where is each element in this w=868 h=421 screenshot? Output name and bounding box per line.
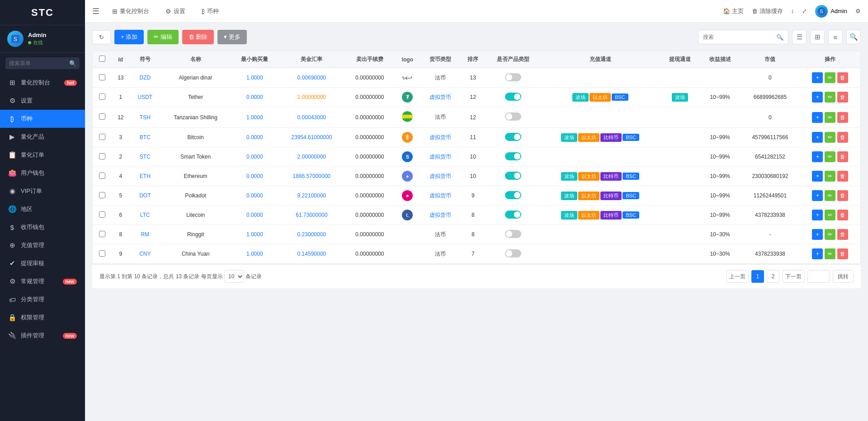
action-add-btn[interactable]: +: [812, 248, 823, 259]
action-edit-btn[interactable]: ✏: [825, 190, 835, 201]
page-2-btn[interactable]: 2: [767, 270, 779, 283]
row-checkbox[interactable]: [99, 134, 105, 140]
edit-button[interactable]: ✏ 编辑: [147, 30, 179, 44]
cell-is-product[interactable]: [486, 225, 541, 244]
cell-is-product[interactable]: [486, 167, 541, 186]
add-button[interactable]: + 添加: [114, 30, 144, 44]
delete-button[interactable]: 🗑 删除: [182, 30, 214, 44]
action-edit-btn[interactable]: ✏: [825, 72, 835, 83]
sidebar-item-general-mgmt[interactable]: ⚙ 常规管理 new: [0, 272, 85, 290]
sidebar-item-quant-products[interactable]: ▶ 量化产品: [0, 128, 85, 146]
sidebar-item-recharge-mgmt[interactable]: ⊕ 充值管理: [0, 236, 85, 254]
product-toggle[interactable]: [505, 133, 521, 141]
sidebar-item-vip-orders[interactable]: ◉ VIP订单: [0, 182, 85, 200]
action-add-btn[interactable]: +: [812, 132, 823, 143]
action-delete-btn[interactable]: 🗑: [837, 190, 848, 201]
row-checkbox[interactable]: [99, 153, 105, 159]
row-checkbox[interactable]: [99, 250, 105, 257]
sidebar-item-settings[interactable]: ⚙ 设置: [0, 92, 85, 110]
product-toggle[interactable]: [505, 172, 521, 180]
row-checkbox[interactable]: [99, 231, 105, 237]
product-toggle[interactable]: [505, 112, 521, 121]
more-button[interactable]: ▾ 更多: [217, 30, 247, 44]
action-delete-btn[interactable]: 🗑: [837, 112, 848, 123]
cell-is-product[interactable]: [486, 128, 541, 147]
table-columns-btn[interactable]: ≡: [828, 30, 843, 44]
action-add-btn[interactable]: +: [812, 92, 823, 103]
sidebar-search-input[interactable]: [5, 57, 80, 69]
action-delete-btn[interactable]: 🗑: [837, 229, 848, 240]
sidebar-item-receive-wallet[interactable]: $ 收币钱包: [0, 218, 85, 236]
sidebar-item-user-wallet[interactable]: 👛 用户钱包: [0, 164, 85, 182]
action-add-btn[interactable]: +: [812, 210, 823, 220]
action-edit-btn[interactable]: ✏: [825, 112, 835, 123]
fullscreen-toggle[interactable]: ⤢: [802, 8, 807, 14]
topbar-settings-icon[interactable]: ⚙: [855, 8, 861, 14]
table-view-list-btn[interactable]: ☰: [792, 30, 807, 44]
row-checkbox[interactable]: [99, 94, 105, 100]
action-delete-btn[interactable]: 🗑: [837, 210, 848, 220]
action-add-btn[interactable]: +: [812, 190, 823, 201]
sidebar-item-category-mgmt[interactable]: 🏷 分类管理: [0, 290, 85, 309]
sidebar-item-quant-orders[interactable]: 📋 量化订单: [0, 146, 85, 164]
product-toggle[interactable]: [505, 210, 521, 219]
cell-is-product[interactable]: [486, 186, 541, 206]
per-page-select[interactable]: 10 20 50: [224, 270, 244, 283]
topbar-nav-settings[interactable]: ⚙ 设置: [162, 5, 189, 17]
sidebar-item-coins[interactable]: ₿ 币种: [0, 110, 85, 128]
product-toggle[interactable]: [505, 191, 521, 199]
action-edit-btn[interactable]: ✏: [825, 171, 835, 182]
prev-page-btn[interactable]: 上一页: [726, 270, 749, 283]
menu-toggle-icon[interactable]: ☰: [92, 6, 99, 16]
action-delete-btn[interactable]: 🗑: [837, 132, 848, 143]
action-add-btn[interactable]: +: [812, 229, 823, 240]
action-edit-btn[interactable]: ✏: [825, 132, 835, 143]
action-edit-btn[interactable]: ✏: [825, 229, 835, 240]
table-filter-search-btn[interactable]: 🔍: [846, 30, 861, 44]
cell-is-product[interactable]: [486, 88, 541, 107]
action-add-btn[interactable]: +: [812, 151, 823, 162]
cell-is-product[interactable]: [486, 206, 541, 225]
cell-is-product[interactable]: [486, 244, 541, 264]
action-delete-btn[interactable]: 🗑: [837, 248, 848, 259]
product-toggle[interactable]: [505, 249, 521, 257]
action-edit-btn[interactable]: ✏: [825, 210, 835, 220]
cell-is-product[interactable]: [486, 68, 541, 88]
row-checkbox[interactable]: [99, 211, 105, 218]
table-search-input[interactable]: [703, 34, 776, 40]
language-toggle[interactable]: ↕: [791, 8, 794, 14]
action-edit-btn[interactable]: ✏: [825, 92, 835, 103]
action-delete-btn[interactable]: 🗑: [837, 92, 848, 103]
page-jump-input[interactable]: [807, 270, 830, 283]
cell-is-product[interactable]: [486, 107, 541, 128]
page-jump-btn[interactable]: 跳转: [833, 270, 854, 283]
product-toggle[interactable]: [505, 152, 521, 160]
row-checkbox[interactable]: [99, 74, 105, 80]
action-delete-btn[interactable]: 🗑: [837, 72, 848, 83]
select-all-checkbox[interactable]: [99, 56, 105, 62]
product-toggle[interactable]: [505, 73, 521, 81]
cell-is-product[interactable]: [486, 147, 541, 167]
action-add-btn[interactable]: +: [812, 171, 823, 182]
action-edit-btn[interactable]: ✏: [825, 151, 835, 162]
clear-cache-link[interactable]: 🗑 清除缓存: [752, 7, 783, 15]
row-checkbox[interactable]: [99, 192, 105, 198]
sidebar-item-withdraw-audit[interactable]: ✔ 提现审核: [0, 254, 85, 272]
sidebar-item-plugin-mgmt[interactable]: 🔌 插件管理 new: [0, 327, 85, 345]
action-delete-btn[interactable]: 🗑: [837, 171, 848, 182]
next-page-btn[interactable]: 下一页: [782, 270, 805, 283]
sidebar-item-region[interactable]: 🌐 地区: [0, 200, 85, 218]
row-checkbox[interactable]: [99, 113, 105, 120]
topbar-nav-coins[interactable]: ₿ 币种: [198, 5, 222, 17]
admin-user[interactable]: S Admin: [815, 5, 847, 18]
topbar-nav-quantization[interactable]: ⊞ 量化控制台: [108, 5, 153, 17]
action-edit-btn[interactable]: ✏: [825, 248, 835, 259]
row-checkbox[interactable]: [99, 173, 105, 179]
product-toggle[interactable]: [505, 230, 521, 238]
refresh-button[interactable]: ↻: [92, 30, 111, 44]
table-view-grid-btn[interactable]: ⊞: [810, 30, 825, 44]
sidebar-item-quantization-control[interactable]: ⊞ 量化控制台 hot: [0, 74, 85, 92]
sidebar-item-permission-mgmt[interactable]: 🔒 权限管理: [0, 309, 85, 327]
home-link[interactable]: 🏠 主页: [723, 7, 744, 15]
action-add-btn[interactable]: +: [812, 72, 823, 83]
